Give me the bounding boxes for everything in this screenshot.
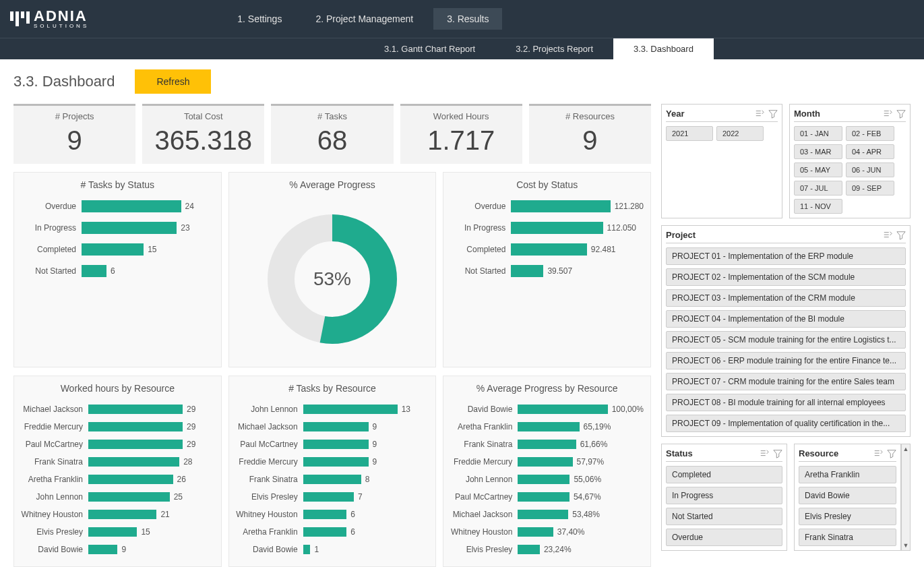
clear-filter-icon[interactable] — [773, 449, 782, 458]
slicer-option[interactable]: In Progress — [666, 487, 782, 504]
bar-value: 57,97% — [577, 457, 605, 467]
slicer-option[interactable]: PROJECT 02 - Implementation of the SCM m… — [666, 268, 906, 286]
bar-label: David Bowie — [236, 545, 303, 554]
scroll-down-icon[interactable]: ▼ — [903, 542, 909, 549]
slicer-option[interactable]: 03 - MAR — [794, 144, 842, 159]
clear-filter-icon[interactable] — [896, 109, 906, 119]
bar-fill — [82, 243, 144, 256]
bar-fill — [88, 440, 183, 449]
slicer-title: Project — [666, 230, 696, 240]
clear-filter-icon[interactable] — [887, 449, 896, 458]
bar-row: Whitney Houston21 — [21, 507, 214, 522]
kpi-value: 365.318 — [142, 125, 264, 156]
slicer-option[interactable]: Elvis Presley — [799, 508, 896, 525]
logo-bars-icon — [10, 11, 30, 26]
slicer-resource: Resource Aretha FranklinDavid BowieElvis… — [794, 444, 901, 551]
slicer-option[interactable]: 2021 — [666, 126, 713, 141]
scrollbar[interactable]: ▲ ▼ — [901, 444, 911, 551]
refresh-button[interactable]: Refresh — [135, 69, 211, 94]
bar-label: Michael Jackson — [21, 405, 88, 414]
slicer-option[interactable]: 07 - JUL — [794, 181, 842, 196]
nav-project-management[interactable]: 2. Project Management — [302, 8, 427, 30]
bar-label: Overdue — [450, 202, 511, 211]
slicer-option[interactable]: 04 - APR — [846, 144, 894, 159]
kpi-value: 9 — [529, 125, 651, 156]
slicer-option[interactable]: PROJECT 08 - BI module training for all … — [666, 394, 906, 411]
kpi-label: Worked Hours — [400, 111, 522, 121]
bar-row: Paul McCartney9 — [236, 437, 429, 452]
slicer-month: Month 01 - JAN02 - FEB03 - MAR04 - APR05… — [789, 104, 911, 218]
slicer-option[interactable]: Completed — [666, 466, 782, 483]
bar-label: Whitney Houston — [236, 510, 303, 519]
kpi-value: 68 — [271, 125, 393, 156]
multi-select-icon[interactable] — [883, 231, 892, 240]
slicer-title: Resource — [799, 448, 838, 458]
bar-fill — [511, 265, 543, 277]
bar-row: Frank Sinatra28 — [21, 454, 214, 469]
slicer-option[interactable]: Not Started — [666, 508, 782, 525]
clear-filter-icon[interactable] — [768, 109, 778, 119]
bar-value: 15 — [148, 245, 156, 254]
multi-select-icon[interactable] — [760, 449, 769, 458]
bar-value: 9 — [121, 545, 126, 554]
kpi-total-cost: Total Cost 365.318 — [142, 104, 264, 164]
slicer-option[interactable]: PROJECT 09 - Implementation of quality c… — [666, 415, 906, 432]
bar-row: Freddie Mercury29 — [21, 419, 214, 434]
slicer-option[interactable]: Overdue — [666, 529, 782, 546]
bar-label: Aretha Franklin — [450, 422, 518, 431]
bar-row: Whitney Houston37,40% — [450, 525, 644, 539]
bar-label: Michael Jackson — [236, 422, 303, 431]
slicer-option[interactable]: PROJECT 03 - Implementation of the CRM m… — [666, 289, 906, 307]
bar-label: Freddie Mercury — [21, 422, 88, 431]
kpi-tasks: # Tasks 68 — [271, 104, 393, 164]
slicer-option[interactable]: 06 - JUN — [846, 162, 894, 177]
header: ADNIA SOLUTIONS 1. Settings 2. Project M… — [0, 0, 924, 38]
slicer-option[interactable]: 11 - NOV — [794, 199, 842, 214]
slicer-option[interactable]: PROJECT 05 - SCM module training for the… — [666, 331, 906, 349]
bar-label: In Progress — [21, 223, 82, 233]
chart-title: # Tasks by Resource — [236, 383, 429, 394]
slicer-year: Year 20212022 — [661, 104, 782, 218]
multi-select-icon[interactable] — [755, 109, 764, 119]
chart-tasks-by-resource: # Tasks by Resource John Lennon13Michael… — [228, 376, 437, 567]
bar-fill — [88, 405, 183, 414]
bar-label: Paul McCartney — [236, 440, 303, 449]
bar-label: David Bowie — [450, 405, 518, 414]
bar-fill — [518, 527, 553, 537]
bar-row: Aretha Franklin6 — [236, 525, 429, 539]
bar-fill — [303, 527, 347, 537]
slicer-option[interactable]: David Bowie — [799, 487, 896, 504]
slicer-option[interactable]: PROJECT 06 - ERP module training for the… — [666, 352, 906, 369]
nav-results[interactable]: 3. Results — [433, 8, 502, 30]
bar-row: In Progress23 — [21, 220, 214, 236]
clear-filter-icon[interactable] — [896, 231, 906, 240]
multi-select-icon[interactable] — [883, 109, 892, 119]
bar-label: Aretha Franklin — [21, 475, 88, 484]
slicer-option[interactable]: PROJECT 01 - Implementation of the ERP m… — [666, 247, 906, 265]
slicer-option[interactable]: 01 - JAN — [794, 126, 842, 141]
slicer-option[interactable]: 09 - SEP — [846, 181, 894, 196]
slicer-option[interactable]: 2022 — [716, 126, 764, 141]
multi-select-icon[interactable] — [873, 449, 883, 458]
chart-title: Cost by Status — [450, 179, 644, 190]
subnav-gantt[interactable]: 3.1. Gantt Chart Report — [364, 38, 495, 60]
bar-label: Paul McCartney — [21, 440, 88, 449]
bar-label: Completed — [450, 245, 511, 254]
slicer-option[interactable]: PROJECT 07 - CRM module training for the… — [666, 373, 906, 390]
bar-row: Aretha Franklin26 — [21, 472, 214, 487]
slicer-option[interactable]: 05 - MAY — [794, 162, 842, 177]
subnav-projects-report[interactable]: 3.2. Projects Report — [495, 38, 613, 60]
nav-settings[interactable]: 1. Settings — [224, 8, 295, 30]
slicer-option[interactable]: Frank Sinatra — [799, 529, 896, 546]
bar-row: Not Started6 — [21, 263, 214, 279]
slicer-option[interactable]: 02 - FEB — [846, 126, 894, 141]
scroll-up-icon[interactable]: ▲ — [903, 446, 909, 452]
bar-value: 15 — [141, 527, 150, 537]
bar-fill — [88, 492, 170, 502]
bar-row: Freddie Mercury57,97% — [450, 454, 644, 469]
subnav-dashboard[interactable]: 3.3. Dashboard — [613, 38, 714, 60]
bar-row: Elvis Presley15 — [21, 525, 214, 539]
brand-name: ADNIA — [34, 9, 89, 24]
slicer-option[interactable]: PROJECT 04 - Implementation of the BI mo… — [666, 310, 906, 328]
slicer-option[interactable]: Aretha Franklin — [799, 466, 896, 483]
